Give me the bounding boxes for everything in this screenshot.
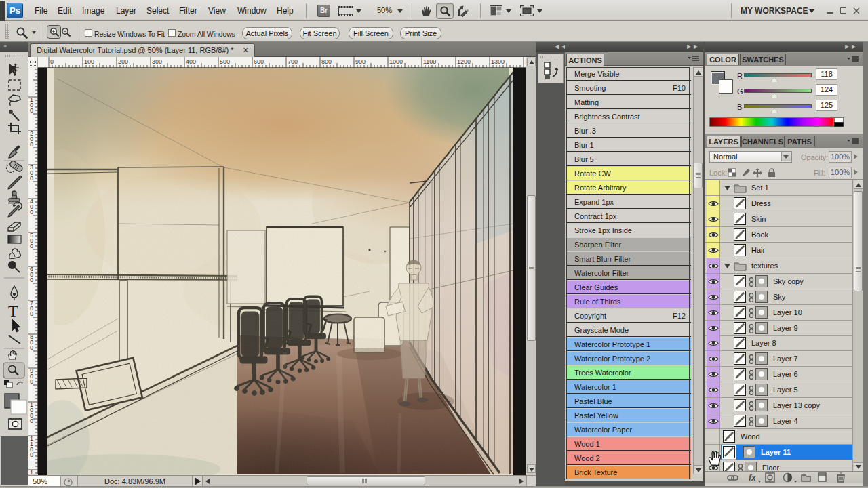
svg-text:900: 900 xyxy=(355,58,366,65)
svg-text:1: 1 xyxy=(30,469,33,474)
svg-text:0: 0 xyxy=(30,378,33,385)
svg-text:0: 0 xyxy=(30,141,33,148)
svg-text:600: 600 xyxy=(254,58,264,65)
svg-text:0: 0 xyxy=(30,310,33,317)
svg-text:0: 0 xyxy=(30,418,33,424)
svg-text:200: 200 xyxy=(118,58,128,65)
svg-text:700: 700 xyxy=(288,58,298,65)
svg-text:0: 0 xyxy=(50,58,54,65)
svg-text:100: 100 xyxy=(84,58,94,65)
svg-text:1300: 1300 xyxy=(491,58,505,65)
svg-text:0: 0 xyxy=(30,344,33,351)
svg-text:300: 300 xyxy=(152,58,162,65)
svg-text:500: 500 xyxy=(220,58,230,65)
svg-text:800: 800 xyxy=(321,58,332,65)
svg-text:0: 0 xyxy=(30,209,33,216)
svg-text:1200: 1200 xyxy=(457,58,471,65)
svg-text:1000: 1000 xyxy=(389,58,403,65)
svg-text:fx: fx xyxy=(749,473,757,483)
svg-text:400: 400 xyxy=(186,58,196,65)
svg-text:T: T xyxy=(8,302,18,320)
svg-text:0: 0 xyxy=(30,277,33,283)
svg-text:1100: 1100 xyxy=(423,58,436,65)
svg-text:0: 0 xyxy=(30,451,33,458)
svg-text:0: 0 xyxy=(30,175,33,182)
svg-text:0: 0 xyxy=(30,243,33,249)
svg-text:0: 0 xyxy=(30,107,33,114)
